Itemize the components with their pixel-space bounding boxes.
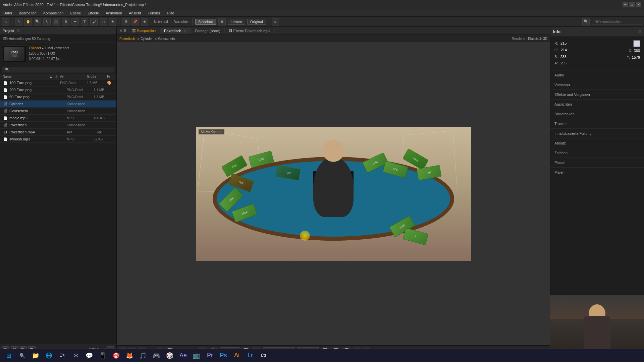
menu-animation[interactable]: Animation — [104, 10, 123, 16]
home-button[interactable]: ⌂ — [2, 18, 9, 25]
info-item-audio[interactable]: Audio — [550, 70, 644, 80]
taskbar-premiere[interactable]: Pr — [204, 350, 216, 362]
file-item-magic-mp3[interactable]: 📄 magic.mp3 MP3 100 KB — [0, 115, 116, 122]
selection-tool[interactable]: ↖ — [15, 18, 22, 25]
taskbar-app2[interactable]: 🎵 — [137, 350, 149, 362]
menu-hilfe[interactable]: Hilfe — [166, 10, 176, 16]
info-item-zeichen[interactable]: Zeichen — [550, 148, 644, 158]
menu-datei[interactable]: Datei — [2, 10, 13, 16]
maximize-button[interactable]: □ — [629, 2, 635, 7]
file-item-200euro[interactable]: 📄 200 Euro.png PNG-Datei 1,1 MB — [0, 86, 116, 94]
info-item-vorschau[interactable]: Vorschau — [550, 80, 644, 90]
taskbar-whatsapp[interactable]: 📱 — [97, 350, 109, 362]
info-item-pinsel[interactable]: Pinsel — [550, 158, 644, 168]
taskbar-photoshop[interactable]: Ps — [217, 350, 229, 362]
file-item-swoosh-mp3[interactable]: 📄 swoosh.mp3 MP3 52 KB — [0, 136, 116, 143]
project-header: Projekt ☰ — [0, 27, 116, 35]
taskbar-edge[interactable]: 🌐 — [43, 350, 55, 362]
taskbar-store[interactable]: 🛍 — [56, 350, 68, 362]
taskbar-teams[interactable]: 💬 — [83, 350, 95, 362]
info-item-malen[interactable]: Malen — [550, 168, 644, 177]
comp-prev[interactable]: ☰ — [123, 29, 126, 33]
pin-tool[interactable]: 📌 — [131, 18, 139, 25]
breadcrumb-geldschein[interactable]: Geldschein — [158, 37, 175, 41]
star-tool[interactable]: ★ — [109, 18, 116, 25]
file-icon-png: 📄 — [3, 94, 8, 100]
help-search-input[interactable] — [592, 19, 642, 24]
info-item-tracker[interactable]: Tracker — [550, 119, 644, 129]
taskbar-app5[interactable]: 📺 — [191, 350, 203, 362]
taskbar-app3[interactable]: 🎮 — [150, 350, 162, 362]
info-item-absatz[interactable]: Absatz — [550, 138, 644, 148]
tab-ebene[interactable]: 🎞 Ebene Pokertisch.mp4 — [225, 28, 275, 34]
camera-tool[interactable]: 🎥 — [53, 18, 60, 25]
info-item-ausrichten[interactable]: Ausrichten — [550, 100, 644, 109]
composition-tabs: ✕ ☰ 🎬 Komposition Pokertisch ✕ Footage (… — [117, 27, 550, 35]
info-item-bibliotheken[interactable]: Bibliotheken — [550, 109, 644, 119]
zoom-tool[interactable]: 🔍 — [34, 18, 41, 25]
tab-pokertisch[interactable]: Pokertisch ✕ — [160, 28, 191, 34]
brush-tool[interactable]: 🖌 — [90, 18, 98, 25]
webcam-preview — [550, 295, 644, 355]
info-menu[interactable]: ☰ — [638, 30, 641, 34]
menu-komposition[interactable]: Komposition — [42, 10, 65, 16]
window-controls: ─ □ ✕ — [623, 2, 641, 7]
comp-close[interactable]: ✕ — [119, 29, 122, 33]
info-panel-header: Info ☰ — [550, 27, 644, 37]
file-item-cylinder[interactable]: 🎬 Cylinder Komposition — [0, 101, 116, 108]
orbit-tool[interactable]: ⊕ — [62, 18, 69, 25]
taskbar-app6[interactable]: 🗂 — [258, 350, 270, 362]
taskbar-lightroom[interactable]: Lr — [244, 350, 256, 362]
text-tool[interactable]: T — [81, 18, 88, 25]
rotate-tool[interactable]: ↻ — [43, 18, 51, 25]
workspace-lernen[interactable]: Lernen — [228, 19, 245, 25]
taskbar-app1[interactable]: 🎯 — [110, 350, 122, 362]
title-bar: Adobe After Effects 2020 - F:\After Effe… — [0, 0, 644, 9]
taskbar-search-button[interactable]: 🔍 — [16, 350, 28, 362]
breadcrumb-pokertisch[interactable]: Pokertisch — [119, 37, 135, 41]
menu-bearbeiten[interactable]: Bearbeiten — [17, 10, 38, 16]
search-button[interactable]: 🔍 — [582, 18, 590, 25]
taskbar-aftereffects[interactable]: Ae — [177, 350, 189, 362]
file-item-geldschein[interactable]: 🎬 Geldschein Komposition — [0, 108, 116, 115]
color-swatch-display — [633, 40, 640, 47]
tab-close-pokertisch[interactable]: ✕ — [184, 29, 186, 33]
shape-tool[interactable]: □ — [100, 18, 107, 25]
breadcrumb-cylinder[interactable]: Cylinder — [141, 37, 153, 41]
minimize-button[interactable]: ─ — [623, 2, 628, 7]
thumbnail-preview: 🎬 — [3, 46, 26, 62]
file-item-50euro[interactable]: 📄 50 Euro.png PNG-Datei 1,3 MB — [0, 94, 116, 101]
info-item-effekte[interactable]: Effekte und Vorgaben — [550, 90, 644, 100]
expand-workspaces[interactable]: » — [272, 18, 279, 25]
roto-tool[interactable]: ◈ — [141, 18, 148, 25]
tab-footage[interactable]: Footage (ohne) — [191, 28, 224, 34]
workspace-standard[interactable]: Standard — [195, 19, 216, 25]
project-search-input[interactable] — [2, 67, 114, 72]
taskbar-mail[interactable]: ✉ — [70, 350, 82, 362]
hand-tool[interactable]: ✋ — [24, 18, 32, 25]
taskbar-windows-button[interactable]: ⊞ — [3, 350, 15, 362]
taskbar-illustrator[interactable]: Ai — [231, 350, 243, 362]
info-item-inhalt[interactable]: Inhaltsbasierte Füllung — [550, 129, 644, 138]
menu-ebene[interactable]: Ebene — [69, 10, 82, 16]
snap-tool[interactable]: ⊞ — [122, 18, 129, 25]
file-item-100euro[interactable]: 📄 100 Euro.png PNG-Datei 1,3 MB 🎨 — [0, 79, 116, 86]
menu-bar: Datei Bearbeiten Komposition Ebene Effek… — [0, 9, 644, 17]
close-button[interactable]: ✕ — [636, 2, 641, 7]
project-menu[interactable]: ☰ — [17, 29, 20, 33]
effect-settings-label: Effekteinstellungen 50 Euro.png — [0, 35, 116, 43]
taskbar-app4[interactable]: 🎲 — [164, 350, 176, 362]
aktive-kamera-label: Aktive Kamera — [199, 129, 224, 134]
taskbar-firefox[interactable]: 🦊 — [123, 350, 136, 362]
menu-ansicht[interactable]: Ansicht — [127, 10, 142, 16]
taskbar-file-explorer[interactable]: 📁 — [30, 350, 42, 362]
file-item-pokertisch-mp4[interactable]: 🎞 Pokertisch.mp4 AVI ... MB — [0, 129, 116, 136]
menu-effekte[interactable]: Effekte — [86, 10, 100, 16]
pen-tool[interactable]: ✒ — [71, 18, 79, 25]
file-item-pokertisch[interactable]: 🎬 Pokertisch Komposition — [0, 122, 116, 129]
workspace-original[interactable]: Original — [247, 19, 266, 25]
project-tab[interactable]: Projekt — [3, 29, 14, 33]
workspace-menu[interactable]: ☰ — [218, 18, 226, 25]
menu-fenster[interactable]: Fenster — [146, 10, 161, 16]
motion-track-point — [300, 231, 310, 241]
